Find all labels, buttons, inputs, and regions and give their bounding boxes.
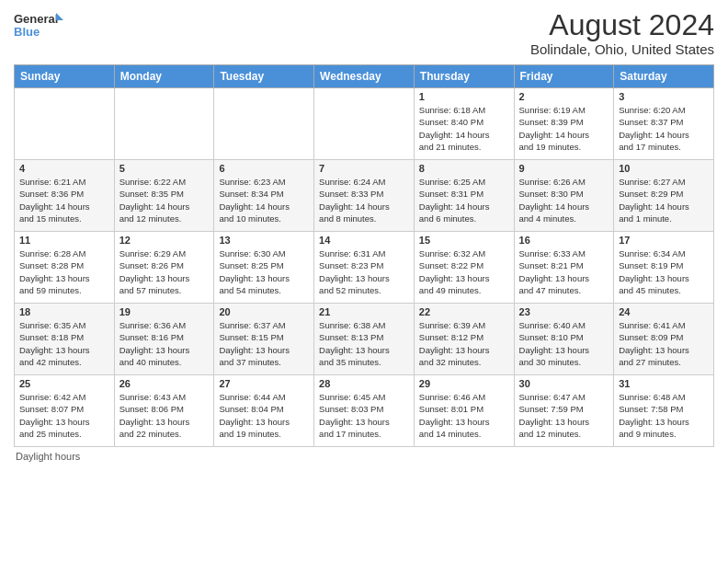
- table-row: 9Sunrise: 6:26 AMSunset: 8:30 PMDaylight…: [514, 160, 614, 232]
- table-row: 21Sunrise: 6:38 AMSunset: 8:13 PMDayligh…: [314, 304, 415, 375]
- day-number: 25: [19, 378, 109, 389]
- table-row: 20Sunrise: 6:37 AMSunset: 8:15 PMDayligh…: [214, 304, 314, 375]
- day-number: 13: [219, 235, 309, 246]
- day-number: 1: [419, 91, 509, 102]
- day-info: Sunrise: 6:42 AMSunset: 8:07 PMDaylight:…: [19, 391, 109, 440]
- day-number: 27: [219, 378, 309, 389]
- day-number: 24: [619, 306, 709, 317]
- day-info: Sunrise: 6:47 AMSunset: 7:59 PMDaylight:…: [519, 391, 609, 440]
- day-info: Sunrise: 6:39 AMSunset: 8:12 PMDaylight:…: [419, 319, 509, 368]
- day-info: Sunrise: 6:27 AMSunset: 8:29 PMDaylight:…: [619, 176, 709, 224]
- header: General Blue August 2024 Bolindale, Ohio…: [14, 9, 714, 57]
- subtitle: Bolindale, Ohio, United States: [530, 41, 714, 57]
- table-row: 17Sunrise: 6:34 AMSunset: 8:19 PMDayligh…: [614, 232, 714, 304]
- table-row: 16Sunrise: 6:33 AMSunset: 8:21 PMDayligh…: [514, 232, 614, 304]
- day-info: Sunrise: 6:30 AMSunset: 8:25 PMDaylight:…: [219, 247, 309, 296]
- day-info: Sunrise: 6:36 AMSunset: 8:16 PMDaylight:…: [119, 319, 210, 368]
- svg-text:General: General: [14, 12, 58, 26]
- day-number: 18: [19, 306, 109, 317]
- table-row: 4Sunrise: 6:21 AMSunset: 8:36 PMDaylight…: [15, 160, 115, 232]
- day-info: Sunrise: 6:37 AMSunset: 8:15 PMDaylight:…: [219, 319, 309, 368]
- table-row: 11Sunrise: 6:28 AMSunset: 8:28 PMDayligh…: [15, 232, 115, 304]
- table-row: 14Sunrise: 6:31 AMSunset: 8:23 PMDayligh…: [314, 232, 415, 304]
- table-row: 23Sunrise: 6:40 AMSunset: 8:10 PMDayligh…: [514, 304, 614, 375]
- svg-text:Blue: Blue: [14, 25, 40, 39]
- day-number: 28: [319, 378, 409, 389]
- table-row: 1Sunrise: 6:18 AMSunset: 8:40 PMDaylight…: [414, 88, 514, 160]
- day-number: 3: [619, 91, 709, 102]
- day-info: Sunrise: 6:22 AMSunset: 8:35 PMDaylight:…: [119, 176, 210, 224]
- table-row: 18Sunrise: 6:35 AMSunset: 8:18 PMDayligh…: [15, 304, 115, 375]
- header-friday: Friday: [514, 65, 614, 88]
- table-row: 7Sunrise: 6:24 AMSunset: 8:33 PMDaylight…: [314, 160, 415, 232]
- day-info: Sunrise: 6:48 AMSunset: 7:58 PMDaylight:…: [619, 391, 709, 440]
- week-row-2: 11Sunrise: 6:28 AMSunset: 8:28 PMDayligh…: [15, 232, 714, 304]
- day-info: Sunrise: 6:28 AMSunset: 8:28 PMDaylight:…: [19, 247, 109, 296]
- month-title: August 2024: [530, 9, 714, 41]
- calendar: Sunday Monday Tuesday Wednesday Thursday…: [14, 64, 714, 447]
- day-number: 2: [519, 91, 609, 102]
- day-number: 26: [119, 378, 210, 389]
- day-number: 6: [219, 163, 309, 174]
- table-row: 12Sunrise: 6:29 AMSunset: 8:26 PMDayligh…: [114, 232, 214, 304]
- day-number: 8: [419, 163, 509, 174]
- week-row-3: 18Sunrise: 6:35 AMSunset: 8:18 PMDayligh…: [15, 304, 714, 375]
- day-number: 10: [619, 163, 709, 174]
- day-number: 20: [219, 306, 309, 317]
- week-row-4: 25Sunrise: 6:42 AMSunset: 8:07 PMDayligh…: [15, 375, 714, 447]
- logo: General Blue: [14, 9, 64, 41]
- table-row: 5Sunrise: 6:22 AMSunset: 8:35 PMDaylight…: [114, 160, 214, 232]
- header-wednesday: Wednesday: [314, 65, 415, 88]
- table-row: 15Sunrise: 6:32 AMSunset: 8:22 PMDayligh…: [414, 232, 514, 304]
- table-row: [114, 88, 214, 160]
- day-info: Sunrise: 6:44 AMSunset: 8:04 PMDaylight:…: [219, 391, 309, 440]
- day-info: Sunrise: 6:35 AMSunset: 8:18 PMDaylight:…: [19, 319, 109, 368]
- footer-note: Daylight hours: [14, 451, 714, 462]
- page-container: General Blue August 2024 Bolindale, Ohio…: [0, 0, 728, 466]
- day-number: 17: [619, 235, 709, 246]
- day-info: Sunrise: 6:19 AMSunset: 8:39 PMDaylight:…: [519, 104, 609, 153]
- table-row: 29Sunrise: 6:46 AMSunset: 8:01 PMDayligh…: [414, 375, 514, 447]
- day-number: 22: [419, 306, 509, 317]
- day-number: 31: [619, 378, 709, 389]
- table-row: 6Sunrise: 6:23 AMSunset: 8:34 PMDaylight…: [214, 160, 314, 232]
- day-number: 12: [119, 235, 210, 246]
- table-row: [214, 88, 314, 160]
- header-saturday: Saturday: [614, 65, 714, 88]
- day-info: Sunrise: 6:43 AMSunset: 8:06 PMDaylight:…: [119, 391, 210, 440]
- day-info: Sunrise: 6:29 AMSunset: 8:26 PMDaylight:…: [119, 247, 210, 296]
- title-block: August 2024 Bolindale, Ohio, United Stat…: [530, 9, 714, 57]
- day-number: 4: [19, 163, 109, 174]
- week-row-0: 1Sunrise: 6:18 AMSunset: 8:40 PMDaylight…: [15, 88, 714, 160]
- table-row: 13Sunrise: 6:30 AMSunset: 8:25 PMDayligh…: [214, 232, 314, 304]
- logo-svg: General Blue: [14, 9, 64, 41]
- table-row: 28Sunrise: 6:45 AMSunset: 8:03 PMDayligh…: [314, 375, 415, 447]
- day-info: Sunrise: 6:24 AMSunset: 8:33 PMDaylight:…: [319, 176, 409, 224]
- day-info: Sunrise: 6:46 AMSunset: 8:01 PMDaylight:…: [419, 391, 509, 440]
- day-number: 11: [19, 235, 109, 246]
- day-number: 7: [319, 163, 409, 174]
- day-number: 19: [119, 306, 210, 317]
- day-info: Sunrise: 6:23 AMSunset: 8:34 PMDaylight:…: [219, 176, 309, 224]
- table-row: 27Sunrise: 6:44 AMSunset: 8:04 PMDayligh…: [214, 375, 314, 447]
- day-number: 5: [119, 163, 210, 174]
- day-number: 21: [319, 306, 409, 317]
- table-row: 22Sunrise: 6:39 AMSunset: 8:12 PMDayligh…: [414, 304, 514, 375]
- table-row: 10Sunrise: 6:27 AMSunset: 8:29 PMDayligh…: [614, 160, 714, 232]
- day-number: 16: [519, 235, 609, 246]
- table-row: 31Sunrise: 6:48 AMSunset: 7:58 PMDayligh…: [614, 375, 714, 447]
- day-info: Sunrise: 6:18 AMSunset: 8:40 PMDaylight:…: [419, 104, 509, 153]
- table-row: 26Sunrise: 6:43 AMSunset: 8:06 PMDayligh…: [114, 375, 214, 447]
- table-row: 19Sunrise: 6:36 AMSunset: 8:16 PMDayligh…: [114, 304, 214, 375]
- header-sunday: Sunday: [15, 65, 115, 88]
- day-number: 29: [419, 378, 509, 389]
- table-row: 3Sunrise: 6:20 AMSunset: 8:37 PMDaylight…: [614, 88, 714, 160]
- day-info: Sunrise: 6:33 AMSunset: 8:21 PMDaylight:…: [519, 247, 609, 296]
- day-info: Sunrise: 6:40 AMSunset: 8:10 PMDaylight:…: [519, 319, 609, 368]
- day-number: 9: [519, 163, 609, 174]
- day-number: 23: [519, 306, 609, 317]
- day-number: 30: [519, 378, 609, 389]
- week-row-1: 4Sunrise: 6:21 AMSunset: 8:36 PMDaylight…: [15, 160, 714, 232]
- day-info: Sunrise: 6:32 AMSunset: 8:22 PMDaylight:…: [419, 247, 509, 296]
- day-number: 14: [319, 235, 409, 246]
